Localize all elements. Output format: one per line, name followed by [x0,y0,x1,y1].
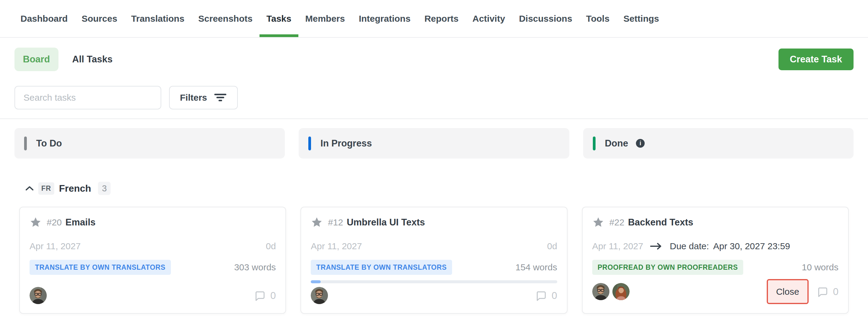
card-footer: Close 0 [592,279,838,304]
progress-fill [311,280,321,283]
nav-item-reports[interactable]: Reports [417,0,465,37]
comment-bubble-icon [535,290,547,302]
column-todo-accent-bar [24,137,27,150]
comment-count: 0 [833,286,838,297]
task-card-12[interactable]: #12 Umbrella UI Texts Apr 11, 2027 0d TR… [301,207,567,314]
card-title-row: #22 Backend Texts [592,216,838,229]
word-count: 303 words [234,262,276,272]
filter-lines-icon [214,93,227,102]
language-name: French [59,183,91,194]
card-footer: 0 [311,287,557,304]
search-toolbar: Filters [0,86,868,110]
tab-all-tasks[interactable]: All Tasks [72,54,113,65]
nav-item-sources[interactable]: Sources [75,0,124,37]
avatar [592,283,610,300]
start-date: Apr 11, 2027 [311,241,362,251]
star-icon[interactable] [30,216,41,229]
nav-item-integrations[interactable]: Integrations [352,0,417,37]
avatar [311,287,328,304]
comment-count: 0 [552,290,557,301]
nav-item-screenshots[interactable]: Screenshots [191,0,259,37]
task-count-badge: 3 [98,182,111,195]
task-type-badge: PROOFREAD BY OWN PROOFREADERS [592,260,744,275]
section-divider [0,118,868,119]
column-in-progress-label: In Progress [320,138,372,149]
task-title: Emails [65,217,96,228]
column-done-label: Done [605,138,628,149]
progress-bar [311,280,557,283]
nav-item-translations[interactable]: Translations [124,0,191,37]
tab-board[interactable]: Board [14,48,59,71]
task-card-20[interactable]: #20 Emails Apr 11, 2027 0d TRANSLATE BY … [19,207,286,314]
star-icon[interactable] [311,216,323,229]
due-date-label: Due date: [670,241,709,251]
task-id: #20 [47,217,62,228]
card-title-row: #20 Emails [30,216,276,229]
view-toolbar: Board All Tasks Create Task [0,48,868,71]
card-footer: 0 [30,287,276,304]
column-in-progress: In Progress [299,128,569,158]
close-task-button[interactable]: Close [767,279,809,304]
column-todo-label: To Do [36,138,62,149]
comments[interactable]: 0 [535,290,557,302]
comment-bubble-icon [816,286,829,298]
comment-bubble-icon [254,290,266,302]
language-group-header: FR French 3 [0,181,868,195]
card-date-row: Apr 11, 2027 0d [30,241,276,251]
card-date-row: Apr 11, 2027 Due date: Apr 30, 2027 23:5… [592,241,838,251]
filters-button-label: Filters [180,92,207,103]
arrow-right-icon [650,242,663,250]
column-todo: To Do [14,128,285,158]
word-count: 10 words [802,262,838,272]
task-type-badge: TRANSLATE BY OWN TRANSLATORS [30,260,171,275]
card-title-row: #12 Umbrella UI Texts [311,216,557,229]
nav-item-dashboard[interactable]: Dashboard [13,0,75,37]
task-cards-row: #20 Emails Apr 11, 2027 0d TRANSLATE BY … [0,207,868,314]
nav-item-discussions[interactable]: Discussions [512,0,579,37]
task-card-22[interactable]: #22 Backend Texts Apr 11, 2027 Due date:… [582,207,849,314]
comment-count: 0 [270,290,276,301]
filters-button[interactable]: Filters [169,86,238,110]
nav-item-tasks[interactable]: Tasks [259,0,299,37]
board-columns: To Do In Progress Done i [0,128,868,158]
card-badge-row: PROOFREAD BY OWN PROOFREADERS 10 words [592,260,838,275]
task-id: #12 [328,217,343,228]
comments[interactable]: 0 [816,286,838,298]
create-task-button[interactable]: Create Task [778,49,854,70]
language-code-badge: FR [38,182,54,195]
column-done: Done i [583,128,854,158]
nav-item-members[interactable]: Members [299,0,352,37]
comments[interactable]: 0 [254,290,276,302]
info-icon[interactable]: i [636,139,645,148]
column-in-progress-accent-bar [308,137,311,150]
task-type-badge: TRANSLATE BY OWN TRANSLATORS [311,260,452,275]
search-input[interactable] [14,86,161,110]
star-icon[interactable] [592,216,604,229]
top-nav: Dashboard Sources Translations Screensho… [0,0,868,38]
card-badge-row: TRANSLATE BY OWN TRANSLATORS 154 words [311,260,557,275]
word-count: 154 words [516,262,557,272]
avatar [613,283,629,300]
card-date-row: Apr 11, 2027 0d [311,241,557,251]
task-title: Backend Texts [628,217,693,228]
card-badge-row: TRANSLATE BY OWN TRANSLATORS 303 words [30,260,276,275]
avatar [30,287,47,304]
task-id: #22 [610,217,624,228]
nav-item-tools[interactable]: Tools [579,0,617,37]
nav-item-settings[interactable]: Settings [616,0,666,37]
start-date: Apr 11, 2027 [592,241,644,251]
due-date-value: Apr 30, 2027 23:59 [713,241,790,251]
task-title: Umbrella UI Texts [347,217,425,228]
days-counter: 0d [547,241,557,251]
start-date: Apr 11, 2027 [30,241,81,251]
column-done-accent-bar [593,137,595,150]
days-counter: 0d [266,241,276,251]
nav-item-activity[interactable]: Activity [466,0,512,37]
chevron-up-icon[interactable] [25,185,34,191]
